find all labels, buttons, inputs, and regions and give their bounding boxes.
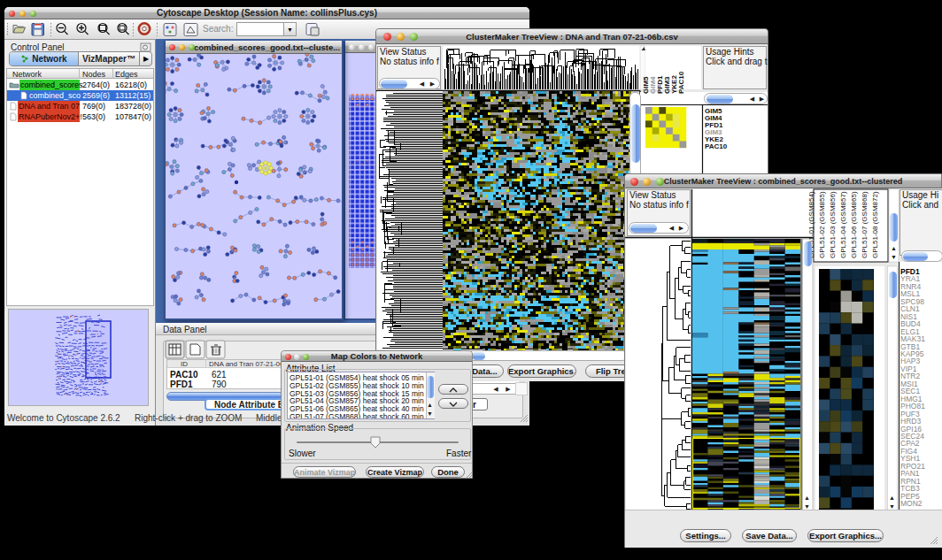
svg-text:No status info f: No status info f (380, 57, 439, 66)
svg-text:Click and drag tc: Click and drag tc (706, 57, 768, 66)
svg-text:Usage Hints: Usage Hints (706, 47, 753, 57)
svg-text:No status info f: No status info f (629, 200, 689, 210)
svg-text:View Status: View Status (380, 47, 427, 57)
svg-text:PAC10: PAC10 (705, 142, 728, 150)
svg-text:View Status: View Status (629, 190, 676, 200)
svg-text:Usage Hi: Usage Hi (902, 190, 938, 200)
svg-text:Click and: Click and (902, 200, 938, 210)
svg-text:Search:: Search: (203, 24, 233, 34)
